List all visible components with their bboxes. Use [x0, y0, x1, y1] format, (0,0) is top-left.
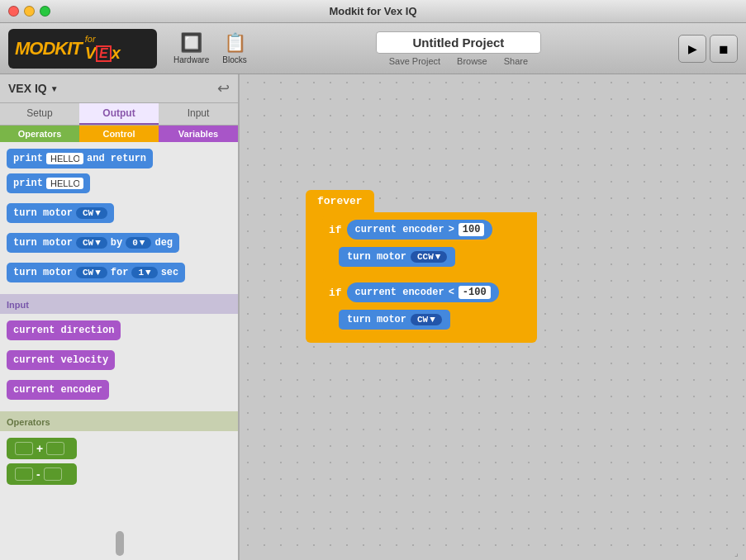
device-name: VEX IQ [8, 82, 47, 95]
title-bar: Modkit for Vex IQ [0, 0, 746, 23]
current-velocity-block[interactable]: current velocity [7, 350, 115, 370]
sidebar-scroll-handle[interactable] [116, 531, 124, 556]
turn-motor-for-amount-dropdown[interactable]: 1 ▼ [131, 267, 157, 278]
if-block-2-header: if current encoder < -100 [322, 278, 534, 306]
back-arrow-icon[interactable]: ↩ [217, 79, 230, 97]
ccw-dropdown[interactable]: CCW ▼ [411, 251, 447, 263]
turn-motor-by-direction-dropdown[interactable]: CW ▼ [76, 237, 107, 249]
blocks-button[interactable]: 📋 Blocks [222, 32, 246, 64]
play-icon: ▶ [688, 42, 697, 55]
turn-motor-ccw-block[interactable]: turn motor CCW ▼ [339, 247, 455, 267]
sub-input-left[interactable] [15, 467, 33, 481]
sidebar-tabs: Setup Output Input [0, 103, 238, 126]
turn-motor-direction-dropdown[interactable]: CW ▼ [76, 207, 107, 219]
turn-motor-for-direction-dropdown[interactable]: CW ▼ [76, 267, 107, 278]
project-title: Untitled Project [376, 31, 541, 54]
cat-control[interactable]: Control [79, 126, 159, 142]
add-operator-block[interactable]: + [7, 438, 77, 459]
hardware-label: Hardware [173, 55, 209, 64]
logo: MODKIT for V E x [8, 29, 157, 69]
dropdown-arrow5: ▼ [145, 268, 151, 278]
forever-block[interactable]: forever if current encoder > 100 t [306, 190, 537, 343]
project-area: Untitled Project Save Project Browse Sha… [255, 31, 662, 66]
window-title: Modkit for Vex IQ [329, 5, 416, 17]
logo-sub: for [85, 34, 96, 44]
turn-motor-2-text: turn motor [347, 314, 406, 325]
subtract-operator-block[interactable]: - [7, 463, 77, 485]
ccw-dropdown-arrow: ▼ [435, 252, 441, 262]
print-return-block[interactable]: print and return [7, 149, 153, 168]
condition-1-value: 100 [459, 223, 485, 236]
save-project-button[interactable]: Save Project [389, 56, 440, 66]
add-input-left[interactable] [15, 442, 33, 455]
if-block-1-body: turn motor CCW ▼ [322, 244, 534, 272]
stop-button[interactable]: ◼ [710, 35, 738, 63]
condition-block-2: current encoder < -100 [347, 282, 499, 302]
cw-dropdown[interactable]: CW ▼ [411, 314, 442, 325]
turn-motor-1-text: turn motor [347, 251, 406, 263]
print-block[interactable]: print [7, 173, 90, 193]
window-controls [8, 6, 50, 17]
condition-2-operator: < [449, 287, 454, 298]
category-tabs: Operators Control Variables [0, 126, 238, 142]
operators-section-label: Operators [7, 414, 231, 429]
playback-controls: ▶ ◼ [678, 35, 738, 63]
dropdown-arrow: ▼ [95, 208, 101, 218]
sub-input-right[interactable] [44, 467, 62, 481]
forever-body: if current encoder > 100 turn motor CCW [306, 212, 537, 343]
hardware-icon: 🔲 [180, 32, 202, 54]
if-label-1: if [329, 224, 342, 236]
canvas[interactable]: forever if current encoder > 100 t [240, 74, 746, 560]
turn-motor-cw-block[interactable]: turn motor CW ▼ [339, 310, 450, 330]
if-block-1[interactable]: if current encoder > 100 turn motor CCW [322, 216, 534, 272]
condition-1-text: current encoder [355, 224, 444, 235]
condition-2-text: current encoder [355, 287, 444, 298]
if-block-1-header: if current encoder > 100 [322, 216, 534, 244]
turn-motor-for-block[interactable]: turn motor CW ▼ for 1 ▼ sec [7, 263, 185, 282]
cat-variables[interactable]: Variables [159, 126, 238, 142]
play-button[interactable]: ▶ [678, 35, 706, 63]
turn-motor-by-block[interactable]: turn motor CW ▼ by 0 ▼ deg [7, 233, 179, 253]
project-actions: Save Project Browse Share [389, 56, 528, 66]
print-input[interactable] [46, 178, 83, 189]
if-block-2[interactable]: if current encoder < -100 turn motor CW [322, 278, 534, 335]
logo-vex-x: x [112, 44, 121, 63]
minimize-button[interactable] [24, 6, 35, 17]
input-section-header: Input [0, 294, 238, 314]
main-layout: VEX IQ ▼ ↩ Setup Output Input Operators … [0, 74, 746, 560]
cw-dropdown-arrow: ▼ [430, 315, 435, 325]
maximize-button[interactable] [40, 6, 50, 17]
forever-label: forever [306, 190, 374, 212]
plus-icon: + [36, 442, 43, 455]
input-blocks: current direction current velocity curre… [7, 320, 231, 405]
tab-setup[interactable]: Setup [0, 103, 79, 125]
chevron-down-icon: ▼ [50, 84, 59, 93]
tab-output[interactable]: Output [79, 103, 159, 125]
if-label-2: if [329, 287, 342, 299]
blocks-icon: 📋 [224, 32, 246, 54]
close-button[interactable] [8, 6, 19, 17]
condition-1-operator: > [449, 224, 454, 235]
sidebar: VEX IQ ▼ ↩ Setup Output Input Operators … [0, 74, 240, 560]
logo-text: MODKIT [15, 38, 82, 59]
device-selector[interactable]: VEX IQ ▼ [8, 82, 59, 95]
sidebar-header: VEX IQ ▼ ↩ [0, 74, 238, 103]
print-return-input[interactable] [46, 153, 83, 164]
dropdown-arrow3: ▼ [140, 238, 145, 248]
current-encoder-block[interactable]: current encoder [7, 380, 109, 400]
resize-handle[interactable]: ⌟ [734, 548, 744, 558]
browse-button[interactable]: Browse [457, 56, 487, 66]
sidebar-scroll-area [0, 550, 238, 560]
tab-input[interactable]: Input [159, 103, 238, 125]
cat-operators[interactable]: Operators [0, 126, 79, 142]
turn-motor-by-amount-dropdown[interactable]: 0 ▼ [126, 237, 151, 249]
share-button[interactable]: Share [504, 56, 528, 66]
logo-vex-e: E [96, 45, 112, 62]
blocks-label: Blocks [222, 55, 246, 64]
operators-section: + - [7, 438, 231, 485]
add-input-right[interactable] [46, 442, 64, 455]
hardware-button[interactable]: 🔲 Hardware [173, 32, 209, 64]
current-direction-block[interactable]: current direction [7, 320, 121, 340]
turn-motor-block[interactable]: turn motor CW ▼ [7, 203, 114, 223]
minus-icon: - [36, 467, 40, 481]
